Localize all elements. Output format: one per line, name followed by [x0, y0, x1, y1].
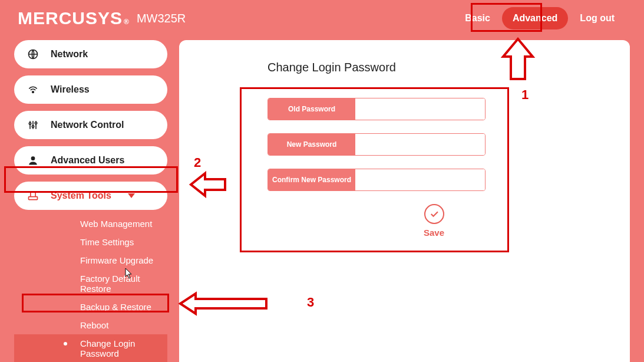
sidebar-item-network-control[interactable]: Network Control	[14, 111, 167, 139]
new-password-input[interactable]	[355, 134, 485, 155]
user-icon	[27, 154, 39, 166]
svg-point-6	[32, 126, 34, 127]
sidebar-item-advanced-users[interactable]: Advanced Users	[14, 146, 167, 175]
sidebar-sub-reboot[interactable]: Reboot	[14, 316, 167, 334]
sidebar-item-label: Advanced Users	[51, 155, 124, 166]
svg-point-8	[31, 156, 35, 160]
sidebar-sub-factory-default[interactable]: Factory Default Restore	[14, 269, 167, 298]
sidebar-sub-label: Change Login Password	[80, 338, 135, 358]
router-icon	[27, 190, 39, 202]
sidebar-sub-web-management[interactable]: Web Management	[14, 215, 167, 233]
svg-point-7	[35, 122, 37, 124]
sidebar-subitems: Web Management Time Settings Firmware Up…	[14, 215, 167, 362]
sidebar-item-system-tools[interactable]: System Tools	[14, 182, 167, 210]
confirm-password-input[interactable]	[355, 169, 485, 190]
new-password-label: New Password	[268, 134, 355, 155]
sidebar-item-wireless[interactable]: Wireless	[14, 75, 167, 104]
sliders-icon	[27, 119, 39, 131]
globe-icon	[27, 48, 39, 60]
sidebar-item-label: Network Control	[51, 120, 124, 130]
panel-title: Change Login Password	[267, 61, 541, 74]
save-button[interactable]: Save	[326, 204, 541, 238]
header: MERCUSYS ® MW325R Basic Advanced Log out	[0, 0, 644, 40]
save-label: Save	[424, 228, 444, 238]
brand-logo: MERCUSYS ®	[18, 8, 130, 28]
chevron-down-icon	[128, 193, 135, 198]
sidebar-item-network[interactable]: Network	[14, 40, 167, 68]
new-password-row: New Password	[267, 133, 486, 156]
nav-advanced[interactable]: Advanced	[502, 7, 568, 29]
nav-logout[interactable]: Log out	[580, 13, 615, 24]
confirm-password-label: Confirm New Password	[268, 169, 355, 190]
sidebar-item-label: Wireless	[51, 84, 90, 95]
nav-basic[interactable]: Basic	[465, 13, 490, 24]
model-label: MW325R	[137, 12, 186, 25]
sidebar-item-label: Network	[51, 49, 88, 60]
old-password-input[interactable]	[355, 98, 485, 120]
svg-rect-9	[29, 197, 38, 200]
sidebar-sub-backup-restore[interactable]: Backup & Restore	[14, 298, 167, 316]
sidebar: Network Wireless Network Control Advance…	[14, 40, 167, 362]
sidebar-sub-change-password[interactable]: Change Login Password	[14, 334, 167, 362]
old-password-label: Old Password	[268, 98, 355, 120]
confirm-password-row: Confirm New Password	[267, 169, 486, 191]
sidebar-sub-firmware-upgrade[interactable]: Firmware Upgrade	[14, 251, 167, 269]
sidebar-item-label: System Tools	[51, 190, 111, 201]
main-panel: Change Login Password Old Password New P…	[179, 40, 630, 362]
brand-text: MERCUSYS	[18, 8, 123, 28]
registered-mark: ®	[124, 18, 130, 26]
old-password-row: Old Password	[267, 98, 486, 120]
svg-point-5	[29, 123, 31, 124]
sidebar-sub-time-settings[interactable]: Time Settings	[14, 233, 167, 251]
svg-point-1	[32, 91, 34, 93]
check-icon	[424, 204, 444, 224]
active-bullet-icon	[64, 342, 67, 345]
wifi-icon	[27, 84, 39, 96]
